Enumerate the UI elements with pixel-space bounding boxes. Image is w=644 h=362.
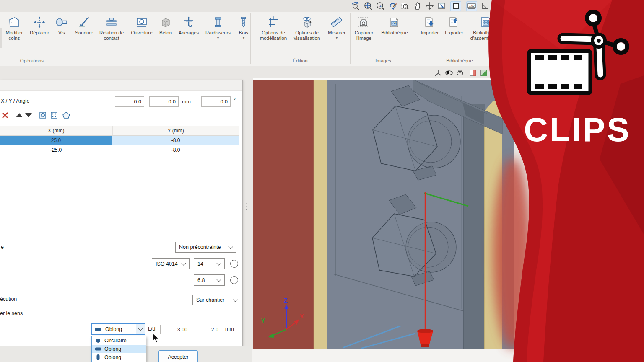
tool-mesurer[interactable]: Mesurer ▾ (325, 14, 349, 40)
tool-relation-contact[interactable]: Relation de contact (98, 14, 125, 41)
table-row[interactable]: -25.0 -8.0 (0, 145, 239, 155)
column-header-x[interactable]: X (mm) (0, 126, 113, 135)
wall-red (253, 80, 314, 349)
chevron-down-icon[interactable] (136, 324, 145, 334)
zoom-window-icon[interactable] (400, 1, 410, 10)
dialog-header-strip (0, 80, 242, 91)
x-input[interactable]: 0.0 (115, 96, 144, 107)
tolerance-unit-label: mm (225, 326, 234, 332)
viewport-top-edge (253, 78, 514, 80)
assembly-type-select[interactable]: Non précontrainte (175, 242, 236, 253)
scale-1-1-icon[interactable]: 1.00 (466, 1, 477, 11)
opening-icon (128, 14, 156, 29)
tool-raidisseurs[interactable]: Raidisseurs ▾ (202, 14, 234, 40)
grade-select[interactable]: 6.8 (194, 274, 225, 286)
bin-icon[interactable] (39, 111, 47, 121)
tool-beton[interactable]: Béton (156, 14, 175, 36)
tool-options-modelisation[interactable]: Options de modélisation (255, 14, 291, 41)
column-header-y[interactable]: Y (mm) (113, 126, 239, 135)
svg-text:X: X (300, 313, 304, 320)
diameter-select[interactable]: 14 (194, 258, 225, 269)
tolerance-input[interactable]: 2.0 (194, 325, 221, 334)
angle-input[interactable]: 0.0 (201, 96, 231, 107)
orbit-view-icon[interactable] (444, 68, 454, 78)
info-icon[interactable] (230, 260, 238, 268)
ld-input[interactable]: 3.00 (160, 325, 190, 334)
bolt-pattern-icon[interactable] (50, 111, 58, 121)
standard-select[interactable]: ISO 4014 (152, 258, 190, 269)
group-label-images: Images (375, 58, 391, 63)
tool-soudure[interactable]: Soudure (72, 14, 96, 36)
option-oblong-horizontal[interactable]: Oblong (92, 345, 146, 353)
zoom-extents-icon[interactable] (363, 1, 373, 10)
move-arrows-icon (27, 14, 52, 29)
tool-capturer-image[interactable]: Capturer l'image (351, 14, 377, 41)
tool-bois[interactable]: Bois ▾ (236, 14, 252, 40)
assembly-label: e (1, 244, 4, 250)
assembly-library-icon (468, 14, 504, 29)
move-view-icon[interactable] (425, 1, 435, 10)
bolt-properties-dialog: X / Y / Angle 0.0 0.0 mm 0.0 ° X (mm) Y … (0, 80, 243, 346)
orbit-zoom-icon[interactable] (351, 1, 361, 10)
chevron-down-icon[interactable]: ▾ (325, 36, 349, 40)
y-input[interactable]: 0.0 (149, 96, 179, 107)
tool-importer[interactable]: Importer (418, 14, 441, 36)
shaded-view-icon[interactable] (479, 68, 488, 78)
table-header[interactable]: X (mm) Y (mm) (0, 126, 239, 136)
chevron-down-icon (228, 244, 233, 249)
tool-ouverture[interactable]: Ouverture (128, 14, 156, 36)
pan-icon[interactable] (413, 1, 423, 10)
option-oblong-vertical[interactable]: Oblong (92, 353, 146, 362)
svg-text:-2: -2 (379, 4, 382, 8)
tool-ancrages[interactable]: Ancrages (176, 14, 201, 36)
zoom-previous-icon[interactable]: -2 (375, 1, 385, 10)
anchor-bolt-icon (176, 14, 201, 29)
section-view-icon[interactable] (468, 68, 478, 78)
image-library-icon (377, 14, 412, 29)
accept-button[interactable]: Accepter (158, 350, 198, 362)
group-separator (350, 13, 351, 64)
splitter-handle[interactable] (246, 203, 248, 212)
ribbon: Modifier coins Déplacer Vis Soudure Rela… (0, 12, 644, 67)
tool-options-visualisation[interactable]: Options de visualisation (289, 14, 325, 41)
group-label-bibliotheque: Bibliothèque (446, 58, 473, 63)
import-icon (418, 14, 441, 29)
move-down-icon[interactable] (24, 111, 33, 121)
info-icon[interactable] (230, 276, 238, 284)
fit-screen-icon[interactable] (436, 1, 447, 10)
weld-icon (72, 14, 96, 29)
wireframe-box-icon[interactable] (450, 1, 461, 11)
tool-modifier-coins[interactable]: Modifier coins (1, 14, 27, 41)
angle-unit-label: ° (234, 97, 236, 103)
point-toolbar (1, 111, 71, 121)
viewport-footer (252, 349, 514, 362)
execution-select[interactable]: Sur chantier (192, 295, 241, 305)
hole-shape-select[interactable]: Oblong (91, 323, 145, 335)
regenerate-icon[interactable] (388, 1, 398, 10)
axis-triad-icon[interactable] (434, 68, 443, 78)
chevron-down-icon (181, 261, 186, 265)
wood-screw-icon (236, 14, 252, 29)
delete-icon[interactable] (1, 111, 9, 121)
move-up-icon[interactable] (15, 111, 24, 121)
tool-deplacer[interactable]: Déplacer (27, 14, 52, 36)
chevron-down-icon[interactable]: ▾ (202, 36, 234, 40)
group-label-edition: Édition (293, 58, 307, 63)
title-strip (0, 0, 644, 12)
tool-vis[interactable]: Vis (55, 14, 69, 36)
measure-icon (325, 14, 349, 29)
angle-measure-icon[interactable] (480, 1, 490, 10)
timber-strip (314, 80, 327, 349)
chevron-down-icon[interactable]: ▾ (236, 36, 252, 40)
tool-bibliotheque-assemblages[interactable]: Bibliothèque d'assemblages (468, 14, 504, 41)
table-row-selected[interactable]: 25.0 -8.0 (0, 136, 239, 145)
turn-view-icon[interactable] (455, 68, 465, 78)
option-circulaire[interactable]: Circulaire (92, 336, 146, 345)
tool-exporter[interactable]: Exporter (442, 14, 466, 36)
bolt-icon (55, 14, 69, 29)
polygon-pattern-icon[interactable] (62, 111, 71, 121)
modeling-options-icon (255, 14, 291, 29)
viewport-3d[interactable]: Z Y X (253, 80, 514, 349)
concrete-cube-icon (156, 14, 175, 29)
tool-bibliotheque-images[interactable]: Bibliothèque (377, 14, 412, 36)
